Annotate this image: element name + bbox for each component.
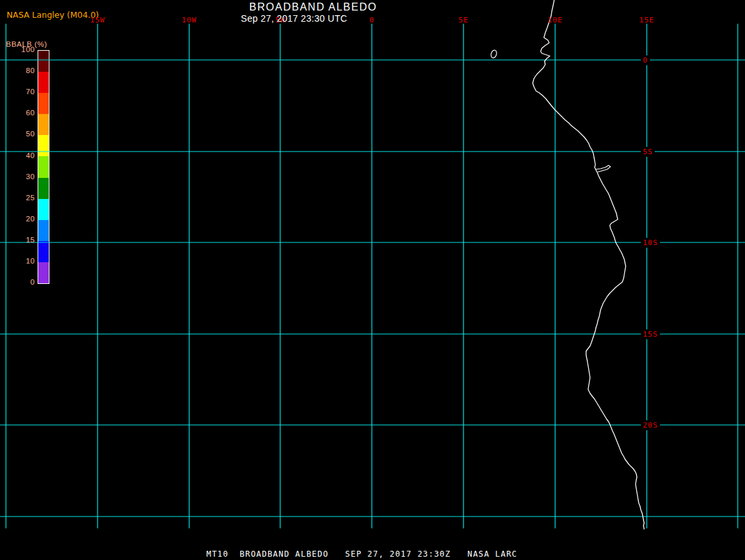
longitude-label: 0 (369, 16, 374, 24)
footer-caption: MT10 BROADBAND ALBEDO SEP 27, 2017 23:30… (206, 549, 518, 559)
albedo-map-canvas: NASA Langley (M04.0) BROADBAND ALBEDO Se… (0, 0, 745, 560)
colorbar-tick-label: 50 (0, 130, 35, 138)
latitude-label: 15S (641, 329, 660, 339)
colorbar-tick-label: 60 (0, 109, 35, 117)
river-mouth-path (596, 165, 611, 172)
island-outline (490, 49, 497, 59)
latitude-label: 0 (641, 55, 650, 65)
coastline-path (533, 0, 644, 529)
map-plot (0, 0, 745, 560)
colorbar-tick-label: 25 (0, 194, 35, 202)
latitude-label: 5S (641, 147, 655, 157)
colorbar-tick-label: 15 (0, 236, 35, 244)
colorbar-tick-label: 40 (0, 152, 35, 159)
colorbar-tick-label: 100 (0, 45, 35, 53)
longitude-label: 10E (548, 16, 563, 24)
credit-label: NASA Langley (M04.0) (7, 10, 99, 20)
latitude-label: 10S (641, 238, 660, 248)
colorbar-tick-label: 20 (0, 215, 35, 223)
longitude-label: 15W (90, 16, 105, 24)
latitude-label: 20S (641, 420, 660, 430)
colorbar-tick-label: 10 (0, 257, 35, 265)
longitude-label: 15E (640, 16, 655, 24)
colorbar-tick-label: 70 (0, 88, 35, 96)
colorbar-tick-label: 30 (0, 173, 35, 181)
longitude-label: 10W (182, 16, 197, 24)
colorbar-tick-label: 0 (0, 278, 35, 286)
timestamp-subtitle: Sep 27, 2017 23:30 UTC (241, 13, 347, 24)
longitude-label: 5E (458, 16, 468, 24)
colorbar-tick-label: 80 (0, 67, 35, 74)
page-title: BROADBAND ALBEDO (249, 1, 377, 13)
